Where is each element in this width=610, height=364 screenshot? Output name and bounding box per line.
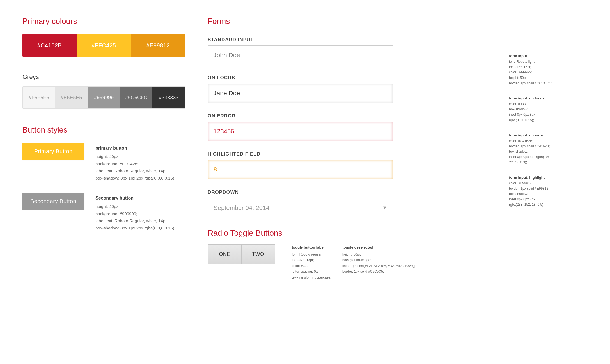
spec-error-text: color: #C4162B; border: 1px solid #C4162… bbox=[509, 138, 588, 165]
primary-button[interactable]: Primary Button bbox=[22, 143, 84, 160]
secondary-button-row: Secondary Button Secondary button height… bbox=[22, 193, 185, 231]
toggle-spec-left-text: font: Roboto regular; font-size: 13pt; c… bbox=[292, 252, 331, 279]
on-focus-group: ON FOCUS bbox=[208, 75, 492, 103]
dropdown-wrapper: September 04, 2014 ▼ bbox=[208, 198, 393, 217]
spec-error-title: form input: on error bbox=[509, 133, 588, 137]
greys-title: Greys bbox=[22, 73, 185, 81]
secondary-button-desc-title: Secondary button bbox=[95, 194, 175, 202]
toggle-btn-two-label: TWO bbox=[252, 251, 264, 257]
on-error-input[interactable] bbox=[208, 122, 393, 141]
swatch-yellow-label: #FFC425 bbox=[92, 42, 116, 49]
primary-button-label: Primary Button bbox=[34, 148, 72, 154]
spec-standard-title: form input bbox=[509, 54, 588, 58]
swatch-99-label: #999999 bbox=[94, 95, 114, 101]
primary-button-desc-title: primary button bbox=[95, 144, 175, 152]
dropdown-select[interactable]: September 04, 2014 bbox=[208, 198, 393, 217]
button-styles-title: Button styles bbox=[22, 126, 185, 135]
on-focus-label: ON FOCUS bbox=[208, 75, 492, 81]
swatch-f5: #F5F5F5 bbox=[23, 87, 55, 108]
swatch-99: #999999 bbox=[88, 87, 120, 108]
forms-specs: form input font: Roboto light font-size:… bbox=[509, 37, 588, 218]
spec-focus-title: form input: on focus bbox=[509, 96, 588, 100]
highlighted-label: HIGHLIGHTED FIELD bbox=[208, 151, 492, 157]
radio-toggle-title: Radio Toggle Buttons bbox=[208, 229, 492, 238]
toggle-btn-two[interactable]: TWO bbox=[241, 244, 275, 264]
on-focus-input[interactable] bbox=[208, 84, 393, 103]
greys-section: Greys #F5F5F5 #E5E5E5 #999999 #6C6C6C #3… bbox=[22, 73, 185, 109]
primary-button-desc: primary button height: 40px; background:… bbox=[95, 143, 175, 182]
spec-highlight-title: form input: highlight bbox=[509, 175, 588, 180]
spec-focus-text: color: #333; box-shadow: inset 0px 0px 8… bbox=[509, 101, 588, 123]
swatch-33-label: #333333 bbox=[159, 95, 178, 101]
spec-on-focus: form input: on focus color: #333; box-sh… bbox=[509, 96, 588, 123]
spec-highlight-text: color: #E99812; border: 1px solid #E9981… bbox=[509, 181, 588, 208]
highlighted-group: HIGHLIGHTED FIELD bbox=[208, 151, 492, 179]
left-panel: Primary colours #C4162B #FFC425 #E99812 … bbox=[22, 17, 196, 347]
dropdown-label: DROPDOWN bbox=[208, 189, 492, 195]
right-panel: Forms STANDARD INPUT ON FOCUS ON ERROR bbox=[196, 17, 588, 347]
swatch-red-label: #C4162B bbox=[37, 42, 62, 49]
toggle-spec-left-title: toggle button label bbox=[292, 244, 331, 251]
spec-on-error: form input: on error color: #C4162B; bor… bbox=[509, 133, 588, 165]
toggle-group: ONE TWO bbox=[208, 244, 275, 264]
secondary-button-desc-text: height: 40px; background: #999999; label… bbox=[95, 204, 175, 230]
on-error-label: ON ERROR bbox=[208, 113, 492, 119]
primary-button-desc-text: height: 40px; background: #FFC425; label… bbox=[95, 154, 175, 180]
button-styles-section: Button styles Primary Button primary but… bbox=[22, 126, 185, 231]
forms-title: Forms bbox=[208, 17, 588, 26]
standard-input-group: STANDARD INPUT bbox=[208, 37, 492, 65]
spec-highlight: form input: highlight color: #E99812; bo… bbox=[509, 175, 588, 208]
swatch-red: #C4162B bbox=[22, 34, 77, 57]
secondary-button-desc: Secondary button height: 40px; backgroun… bbox=[95, 193, 175, 231]
secondary-button[interactable]: Secondary Button bbox=[22, 193, 84, 210]
radio-toggle-area: ONE TWO toggle button label font: Roboto… bbox=[208, 244, 492, 280]
toggle-spec-right-title: toggle deselected bbox=[342, 244, 415, 251]
toggle-btn-one[interactable]: ONE bbox=[208, 244, 241, 264]
spec-standard-input: form input font: Roboto light font-size:… bbox=[509, 54, 588, 86]
page: Primary colours #C4162B #FFC425 #E99812 … bbox=[0, 0, 610, 364]
swatch-6c-label: #6C6C6C bbox=[125, 95, 147, 101]
dropdown-group: DROPDOWN September 04, 2014 ▼ bbox=[208, 189, 492, 217]
forms-inputs: STANDARD INPUT ON FOCUS ON ERROR HIGHLIG… bbox=[208, 37, 492, 280]
standard-input-label: STANDARD INPUT bbox=[208, 37, 492, 43]
primary-colour-swatches: #C4162B #FFC425 #E99812 bbox=[22, 34, 185, 57]
primary-colours-section: Primary colours #C4162B #FFC425 #E99812 bbox=[22, 17, 185, 57]
swatch-yellow: #FFC425 bbox=[77, 34, 131, 57]
standard-input[interactable] bbox=[208, 45, 393, 65]
toggle-spec-left: toggle button label font: Roboto regular… bbox=[292, 244, 331, 280]
swatch-f5-label: #F5F5F5 bbox=[29, 95, 49, 101]
swatch-orange-label: #E99812 bbox=[146, 42, 170, 49]
grey-swatches: #F5F5F5 #E5E5E5 #999999 #6C6C6C #333333 bbox=[22, 86, 185, 109]
swatch-e5: #E5E5E5 bbox=[55, 87, 88, 108]
toggle-specs: toggle button label font: Roboto regular… bbox=[292, 244, 415, 280]
highlighted-input[interactable] bbox=[208, 160, 393, 179]
swatch-6c: #6C6C6C bbox=[120, 87, 153, 108]
on-error-group: ON ERROR bbox=[208, 113, 492, 141]
primary-button-row: Primary Button primary button height: 40… bbox=[22, 143, 185, 182]
secondary-button-label: Secondary Button bbox=[30, 198, 76, 204]
swatch-orange: #E99812 bbox=[131, 34, 185, 57]
toggle-spec-right-text: height: 50px; background-image: linear-g… bbox=[342, 252, 415, 273]
toggle-btn-one-label: ONE bbox=[219, 251, 230, 257]
toggle-spec-right: toggle deselected height: 50px; backgrou… bbox=[342, 244, 415, 280]
swatch-e5-label: #E5E5E5 bbox=[61, 95, 82, 101]
spec-standard-text: font: Roboto light font-size: 16pt; colo… bbox=[509, 59, 588, 86]
primary-colours-title: Primary colours bbox=[22, 17, 185, 26]
forms-area: STANDARD INPUT ON FOCUS ON ERROR HIGHLIG… bbox=[208, 37, 588, 280]
radio-toggle-section: Radio Toggle Buttons ONE TWO bbox=[208, 229, 492, 280]
swatch-33: #333333 bbox=[152, 87, 185, 108]
